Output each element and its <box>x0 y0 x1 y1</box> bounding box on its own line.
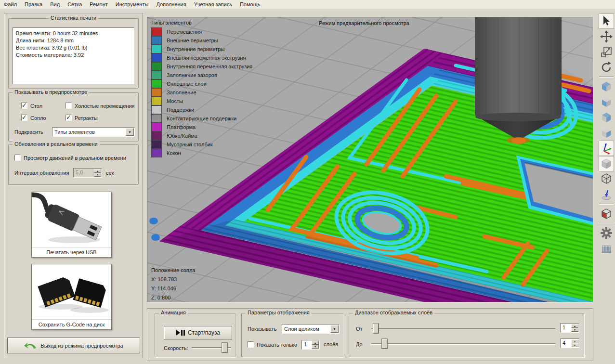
legend-item: Заполнение зазоров <box>151 71 252 79</box>
legend-color-swatch <box>151 79 162 88</box>
layer-range-group: Диапазон отображаемых слоёв От 1 ▲▼ До 4… <box>349 313 584 357</box>
slider-track[interactable] <box>371 343 555 345</box>
view-cube-4-icon[interactable] <box>599 126 614 140</box>
spinner-arrows-icon[interactable]: ▲▼ <box>571 324 578 332</box>
legend-label: Поддержки <box>167 107 194 113</box>
start-pause-button[interactable]: Старт/пауза <box>164 326 232 339</box>
legend-label: Перемещения <box>167 29 202 35</box>
preview-checkbox-grid: СтолХолостые перемещенияСоплоРетракты <box>21 103 135 121</box>
tint-dropdown[interactable]: Типы элементов ▼ <box>52 127 135 137</box>
preview-options-group: Показывать в предпросмотре СтолХолостые … <box>8 92 139 142</box>
menu-item[interactable]: Ремонт <box>86 0 112 9</box>
range-to-spinner[interactable]: 4 ▲▼ <box>560 338 579 348</box>
speed-slider[interactable] <box>192 343 231 352</box>
stats-line: Вес пластика: 3.92 g (0.01 lb) <box>16 44 131 52</box>
slider-thumb[interactable] <box>222 343 227 352</box>
range-from-spinner[interactable]: 1 ▲▼ <box>560 323 579 333</box>
surface-normal-icon[interactable] <box>599 187 614 202</box>
checkbox-icon[interactable] <box>21 103 27 109</box>
preview-checkbox[interactable]: Ретракты <box>65 115 135 121</box>
save-gcode-button[interactable]: Сохранить G-Code на диск <box>31 264 112 330</box>
wireframe-view-icon[interactable] <box>599 172 614 186</box>
menu-item[interactable]: Дополнения <box>152 0 190 9</box>
range-from-slider[interactable] <box>371 324 555 333</box>
legend-label: Платформа <box>167 124 196 130</box>
chevron-down-icon[interactable]: ▼ <box>126 128 134 136</box>
slider-thumb[interactable] <box>373 324 379 333</box>
viewport-3d[interactable]: Типы элементов ПеремещенияВнешние периме… <box>147 17 593 302</box>
slider-track[interactable] <box>371 328 555 329</box>
menu-item[interactable]: Сетка <box>64 0 86 9</box>
show-mode-dropdown[interactable]: Слои целиком ▼ <box>282 324 340 334</box>
menu-item[interactable]: Вид <box>46 0 64 9</box>
checkbox-icon[interactable] <box>65 103 72 109</box>
scale-tool-icon[interactable] <box>599 45 614 59</box>
range-to-slider[interactable] <box>371 339 555 349</box>
legend-label: Сплошные слои <box>167 81 207 87</box>
preview-checkbox[interactable]: Стол <box>21 103 65 109</box>
view-cube-3-icon[interactable] <box>599 110 614 125</box>
settings-gear-icon[interactable] <box>599 226 614 240</box>
select-cursor-icon[interactable] <box>599 14 614 28</box>
legend-color-swatch <box>151 45 162 53</box>
checkbox-icon[interactable] <box>14 155 21 161</box>
menu-item[interactable]: Файл <box>0 0 21 9</box>
realtime-checkbox[interactable]: Просмотр движений в реальном времени <box>14 155 126 161</box>
view-cube-2-icon[interactable] <box>599 95 614 109</box>
preview-checkbox[interactable]: Холостые перемещения <box>65 103 135 109</box>
checkbox-icon[interactable] <box>65 115 72 121</box>
interval-spinner[interactable]: 5,0 ▲▼ <box>73 168 102 178</box>
default-view-cube-icon[interactable] <box>599 156 614 171</box>
move-tool-icon[interactable] <box>599 29 614 44</box>
sd-cards-image <box>32 264 111 318</box>
legend-color-swatch <box>151 114 162 123</box>
cross-section-icon[interactable] <box>599 207 614 221</box>
playback-panel: Анимация Старт/пауза Скорость: Параметры… <box>147 308 593 361</box>
spinner-arrows-icon[interactable]: ▲▼ <box>312 341 319 349</box>
print-usb-button[interactable]: Печатать через USB <box>31 192 112 258</box>
legend-label: Внутренние периметры <box>167 46 224 52</box>
menu-item[interactable]: Помощь <box>236 0 264 9</box>
nozzle-position-readout: Положение сопла X: 108.783 Y: 114.046 Z:… <box>151 266 195 302</box>
legend-label: Заполнение <box>167 90 196 95</box>
legend-rows: ПеремещенияВнешние периметрыВнутренние п… <box>151 27 252 157</box>
display-options-group: Параметры отображения Показывать Слои це… <box>241 313 343 357</box>
legend-color-swatch <box>151 149 162 157</box>
nozzle-y: Y: 114.046 <box>151 284 195 293</box>
legend-color-swatch <box>151 88 162 97</box>
legend-item: Сплошные слои <box>151 79 252 88</box>
toolbar-separator <box>599 223 614 224</box>
view-cube-1-icon[interactable] <box>599 79 614 94</box>
chevron-down-icon[interactable]: ▼ <box>330 325 339 333</box>
view-toolbar <box>598 13 615 364</box>
machine-control-icon[interactable] <box>599 241 614 256</box>
checkbox-icon[interactable] <box>21 115 27 121</box>
stats-line: Длина нити: 1284.8 mm <box>16 37 131 44</box>
legend-item: Внешние периметры <box>151 36 252 45</box>
legend-label: Контактирующие поддержки <box>167 116 236 121</box>
legend-item: Заполнение <box>151 88 252 97</box>
legend-label: Внешние периметры <box>167 38 218 43</box>
rotate-tool-icon[interactable] <box>599 60 614 75</box>
checkbox-icon[interactable] <box>248 341 254 348</box>
menu-item[interactable]: Инструменты <box>112 0 153 9</box>
menu-item[interactable]: Учетная запись <box>190 0 236 9</box>
animation-title: Анимация <box>159 310 188 315</box>
print-stats-group: Статистика печати Время печати: 0 hours … <box>8 18 139 89</box>
preview-checkbox-label: Стол <box>30 103 42 109</box>
legend-item: Внутренние периметры <box>151 45 252 53</box>
nozzle-position-title: Положение сопла <box>151 266 195 275</box>
legend-item: Перемещения <box>151 27 252 36</box>
spinner-arrows-icon[interactable]: ▲▼ <box>571 339 578 347</box>
spinner-arrows-icon[interactable]: ▲▼ <box>94 169 101 177</box>
show-only-checkbox[interactable]: Показать только <box>248 341 297 348</box>
menu-item[interactable]: Правка <box>21 0 46 9</box>
layers-count-spinner[interactable]: 1 ▲▼ <box>301 340 320 350</box>
preview-checkbox-label: Холостые перемещения <box>75 103 135 109</box>
preview-checkbox[interactable]: Сопло <box>21 115 65 121</box>
realtime-checkbox-label: Просмотр движений в реальном времени <box>24 155 126 161</box>
exit-preview-button[interactable]: Выход из режима предпросмотра <box>7 338 140 353</box>
slider-thumb[interactable] <box>382 339 387 349</box>
legend-item: Кокон <box>151 149 252 157</box>
axes-view-icon[interactable] <box>599 141 614 156</box>
